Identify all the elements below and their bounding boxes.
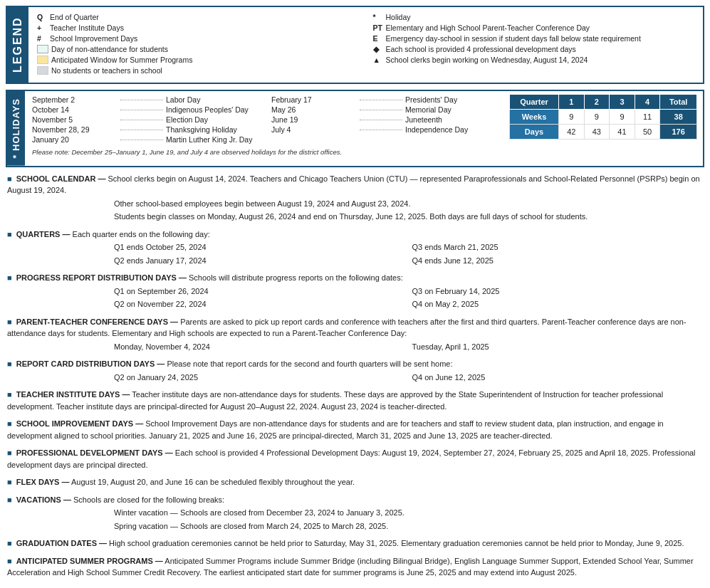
legend-text-e: Emergency day-school in session if stude… <box>386 34 641 43</box>
pd-para: ■ PROFESSIONAL DEVELOPMENT DAYS — Each s… <box>7 447 703 471</box>
dots-indigenous <box>120 110 163 110</box>
dots-july4 <box>360 130 402 130</box>
td-weeks-q2: 9 <box>584 110 610 125</box>
legend-text-nonattendance: Day of non-attendance for students <box>51 45 168 53</box>
section-teacher-institute: ■ TEACHER INSTITUTE DAYS — Teacher insti… <box>7 389 703 412</box>
legend-key-pt: PT <box>373 23 386 32</box>
td-weeks-q3: 9 <box>610 110 635 125</box>
legend-text-triangle: School clerks begin working on Wednesday… <box>386 56 588 64</box>
holiday-item-indigenous: October 14 Indigenous Peoples' Day <box>32 105 257 114</box>
legend-item-emergency: E Emergency day-school in session if stu… <box>373 34 695 43</box>
legend-item-improvement: # School Improvement Days <box>37 34 359 43</box>
holidays-right: February 17 Presidents' Day May 26 Memor… <box>271 95 496 145</box>
quarters-table: Quarter 1 2 3 4 Total Weeks 9 9 9 11 38 <box>509 94 697 140</box>
td-days-q4: 50 <box>635 125 660 140</box>
section-school-calendar: ■ SCHOOL CALENDAR — School clerks begin … <box>7 173 703 223</box>
legend-text-q: End of Quarter <box>50 13 99 21</box>
bullet-school-calendar: ■ <box>7 174 12 183</box>
bullet-ti: ■ <box>7 390 12 399</box>
holiday-date-thanksgiving: November 28, 29 <box>32 125 118 134</box>
school-calendar-extra1: Other school-based employees begin betwe… <box>114 198 703 210</box>
legend-key-hash: # <box>37 34 50 43</box>
td-days-q2: 43 <box>584 125 610 140</box>
td-days-label: Days <box>510 125 559 140</box>
legend-key-triangle: ▲ <box>373 56 386 64</box>
rc-q4: Q4 on June 12, 2025 <box>412 372 704 384</box>
holidays-grid: September 2 Labor Day October 14 Indigen… <box>32 95 496 145</box>
holiday-date-presidents: February 17 <box>271 95 357 104</box>
legend-text-plus: Teacher Institute Days <box>50 23 124 32</box>
th-total: Total <box>660 95 697 110</box>
holidays-label: * HOLIDAYS <box>7 91 25 166</box>
progress-grid: Q1 on September 26, 2024 Q3 on February … <box>114 285 703 310</box>
bullet-quarters: ■ <box>7 230 12 238</box>
holiday-name-labor: Labor Day <box>166 95 200 104</box>
quarters-text: Each quarter ends on the following day: <box>73 230 210 238</box>
swatch-nonattendance <box>37 45 48 53</box>
legend-item-quarter: Q End of Quarter <box>37 13 359 21</box>
section-school-improvement: ■ SCHOOL IMPROVEMENT DAYS — School Impro… <box>7 418 703 441</box>
holiday-date-indigenous: October 14 <box>32 105 118 114</box>
school-calendar-extra2: Students begin classes on Monday, August… <box>114 211 703 223</box>
legend-item-prodev: ◆ Each school is provided 4 professional… <box>373 45 695 53</box>
section-parent-teacher: ■ PARENT-TEACHER CONFERENCE DAYS — Paren… <box>7 316 703 353</box>
legend-item-holiday: * Holiday <box>373 13 695 21</box>
q3-end: Q3 ends March 21, 2025 <box>412 241 704 253</box>
legend-item-summer: Anticipated Window for Summer Programs <box>37 56 359 64</box>
td-weeks-q4: 11 <box>635 110 660 125</box>
rc-q2: Q2 on January 24, 2025 <box>114 372 405 384</box>
prog-q2: Q2 on November 22, 2024 <box>114 298 405 310</box>
th-q3: 3 <box>610 95 635 110</box>
dots-mlk <box>120 140 163 140</box>
pt-bold: PARENT-TEACHER CONFERENCE DAYS — <box>16 317 178 326</box>
holiday-date-juneteenth: June 19 <box>271 115 357 124</box>
holiday-item-mlk: January 20 Martin Luther King Jr. Day <box>32 135 257 144</box>
legend-item-clerks: ▲ School clerks begin working on Wednesd… <box>373 56 695 64</box>
td-days-total: 176 <box>660 125 697 140</box>
holiday-name-memorial: Memorial Day <box>405 105 451 114</box>
dots-juneteenth <box>360 120 402 120</box>
prog-q4: Q4 on May 2, 2025 <box>412 298 704 310</box>
td-weeks-label: Weeks <box>510 110 559 125</box>
td-weeks-q1: 9 <box>559 110 585 125</box>
progress-text: Schools will distribute progress reports… <box>189 273 403 282</box>
summer-bold: ANTICIPATED SUMMER PROGRAMS — <box>16 557 163 565</box>
vac-para: ■ VACATIONS — Schools are closed for the… <box>7 494 703 506</box>
legend-text-summer: Anticipated Window for Summer Programs <box>51 56 192 64</box>
holiday-date-labor: September 2 <box>32 95 118 104</box>
holiday-item-memorial: May 26 Memorial Day <box>271 105 496 114</box>
holiday-date-mlk: January 20 <box>32 135 118 144</box>
table-row-weeks: Weeks 9 9 9 11 38 <box>510 110 697 125</box>
school-calendar-text: School clerks begin on August 14, 2024. … <box>7 174 700 195</box>
holiday-date-election: November 5 <box>32 115 118 124</box>
th-quarter: Quarter <box>510 95 559 110</box>
section-flex-days: ■ FLEX DAYS — August 19, August 20, and … <box>7 476 703 488</box>
legend-right-col: * Holiday PT Elementary and High School … <box>373 13 695 77</box>
swatch-summer <box>37 56 48 64</box>
legend-text-hash: School Improvement Days <box>50 34 137 43</box>
section-quarters: ■ QUARTERS — Each quarter ends on the fo… <box>7 229 703 267</box>
q4-end: Q4 ends June 12, 2025 <box>412 255 704 267</box>
holiday-name-indigenous: Indigenous Peoples' Day <box>166 105 249 114</box>
holidays-note: Please note: December 25–January 1, June… <box>32 148 496 156</box>
section-summer-programs: ■ ANTICIPATED SUMMER PROGRAMS — Anticipa… <box>7 555 703 579</box>
holiday-date-july4: July 4 <box>271 125 357 134</box>
holidays-main: September 2 Labor Day October 14 Indigen… <box>25 91 503 166</box>
bullet-flex: ■ <box>7 478 12 486</box>
th-q1: 1 <box>559 95 585 110</box>
dots-memorial <box>360 110 402 110</box>
ti-bold: TEACHER INSTITUTE DAYS — <box>16 390 130 399</box>
dots-election <box>120 120 163 120</box>
quarters-para: ■ QUARTERS — Each quarter ends on the fo… <box>7 229 703 241</box>
rc-grid: Q2 on January 24, 2025 Q4 on June 12, 20… <box>114 372 703 384</box>
holiday-name-thanksgiving: Thanksgiving Holiday <box>166 125 237 134</box>
bullet-pt: ■ <box>7 317 12 326</box>
legend-text-nostudents: No students or teachers in school <box>51 66 162 75</box>
holiday-item-election: November 5 Election Day <box>32 115 257 124</box>
q1-end: Q1 ends October 25, 2024 <box>114 241 405 253</box>
holiday-date-memorial: May 26 <box>271 105 357 114</box>
quarters-bold: QUARTERS — <box>16 230 71 238</box>
rc-bold: REPORT CARD DISTRIBUTION DAYS — <box>16 359 165 368</box>
holiday-name-presidents: Presidents' Day <box>405 95 457 104</box>
section-vacations: ■ VACATIONS — Schools are closed for the… <box>7 494 703 532</box>
